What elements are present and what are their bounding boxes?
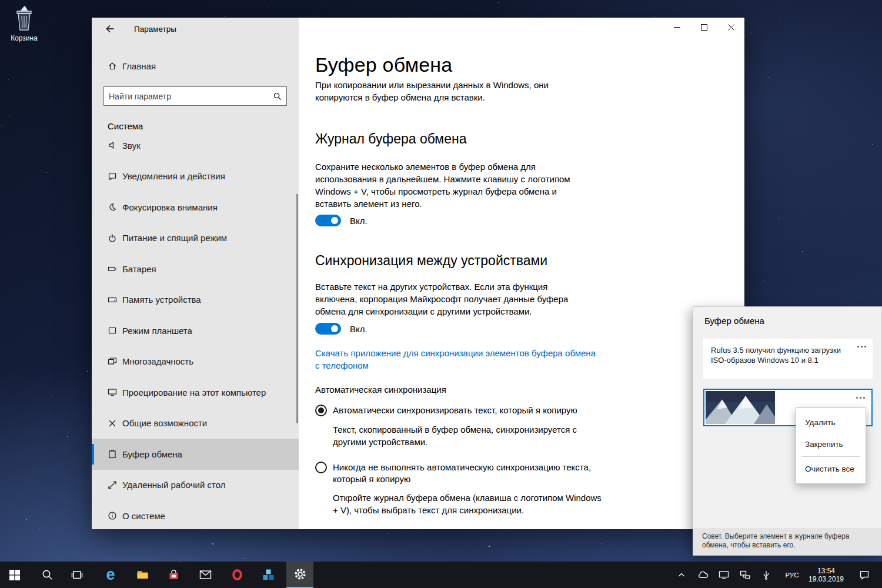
- download-app-link[interactable]: Скачать приложение для синхронизации эле…: [315, 347, 602, 372]
- star: [46, 172, 46, 173]
- star: [8, 79, 9, 79]
- star: [51, 397, 52, 398]
- sidebar-item-multitasking[interactable]: Многозадачность: [92, 346, 299, 377]
- settings-app-button[interactable]: [286, 562, 313, 588]
- star: [26, 519, 27, 520]
- usb-icon: [760, 569, 772, 581]
- close-button[interactable]: [717, 18, 744, 36]
- sidebar-item-projecting[interactable]: Проецирование на этот компьютер: [92, 377, 299, 408]
- sidebar-item-focus-assist[interactable]: Фокусировка внимания: [92, 192, 299, 223]
- page-intro: При копировании или вырезании данных в W…: [315, 79, 573, 103]
- action-center-icon: [858, 569, 870, 581]
- star: [748, 283, 749, 284]
- menu-item-delete[interactable]: Удалить: [796, 412, 866, 433]
- file-explorer-button[interactable]: [129, 562, 156, 588]
- star: [769, 77, 769, 78]
- star: [1, 125, 2, 126]
- radio-auto-sync-description: Текст, скопированный в буфер обмена, син…: [333, 423, 602, 448]
- power-icon: [108, 233, 117, 243]
- tray-language[interactable]: РУС: [781, 562, 803, 588]
- tray-clock[interactable]: 13:54 19.03.2019: [804, 562, 848, 588]
- storage-icon: [108, 295, 117, 305]
- star: [39, 529, 40, 529]
- page-title: Буфер обмена: [315, 54, 452, 76]
- back-button[interactable]: [101, 22, 119, 37]
- menu-item-clear-all[interactable]: Очистить все: [796, 458, 866, 480]
- moon-icon: [108, 202, 117, 212]
- sidebar-item-storage[interactable]: Память устройства: [92, 285, 299, 316]
- clipboard-context-menu: Удалить Закрепить Очистить все: [796, 407, 866, 484]
- sidebar-item-shared-experiences[interactable]: Общие возможности: [92, 408, 299, 439]
- start-button[interactable]: [1, 562, 28, 588]
- more-options-icon[interactable]: [854, 393, 867, 402]
- clipboard-image-thumbnail: [706, 391, 775, 424]
- projecting-icon: [108, 387, 117, 397]
- sidebar-item-tablet-mode[interactable]: Режим планшета: [92, 315, 299, 346]
- tray-display[interactable]: [716, 562, 732, 588]
- sidebar-scrollbar[interactable]: [296, 194, 298, 423]
- store-button[interactable]: [160, 562, 187, 588]
- sidebar-item-sound[interactable]: Звук: [92, 138, 299, 161]
- action-center-button[interactable]: [854, 562, 875, 588]
- tray-chevron-up[interactable]: [674, 562, 689, 588]
- radio-never-sync[interactable]: Никогда не выполнять автоматическую синх…: [315, 462, 621, 485]
- sidebar-item-battery[interactable]: Батарея: [92, 253, 299, 285]
- star: [878, 285, 879, 285]
- edge-browser-button[interactable]: e: [97, 562, 124, 588]
- sidebar-item-about[interactable]: О системе: [92, 500, 299, 529]
- star: [322, 6, 322, 6]
- search-input[interactable]: [104, 92, 269, 101]
- battery-icon: [108, 264, 117, 273]
- display-icon: [718, 569, 730, 581]
- task-view-button[interactable]: [64, 562, 91, 588]
- speaker-icon: [108, 141, 117, 150]
- star: [33, 68, 34, 68]
- taskbar-search-button[interactable]: [34, 562, 61, 588]
- settings-window: Параметры Главная Система: [92, 18, 744, 529]
- radio-never-sync-button[interactable]: [315, 462, 327, 473]
- star: [844, 191, 844, 191]
- more-options-icon[interactable]: [855, 342, 868, 350]
- search-icon: [41, 569, 54, 581]
- remote-desktop-icon: [108, 480, 117, 490]
- sidebar-item-notifications[interactable]: Уведомления и действия: [92, 161, 299, 192]
- star: [802, 251, 803, 252]
- tray-onedrive[interactable]: [694, 562, 711, 588]
- opera-browser-button[interactable]: [223, 562, 250, 588]
- history-toggle[interactable]: [315, 215, 341, 226]
- search-icon[interactable]: [269, 92, 286, 101]
- radio-auto-sync[interactable]: Автоматически синхронизировать текст, ко…: [315, 405, 577, 416]
- maximize-button[interactable]: [690, 18, 717, 36]
- tray-usb[interactable]: [758, 562, 774, 588]
- mail-button[interactable]: [192, 562, 219, 588]
- tray-network[interactable]: [737, 562, 753, 588]
- folder-icon: [136, 568, 149, 582]
- star: [498, 2, 499, 3]
- menu-separator: [802, 456, 860, 457]
- clipboard-item-text[interactable]: Rufus 3.5 получил функцию загрузки ISO-о…: [703, 339, 873, 379]
- sync-toggle[interactable]: [315, 323, 341, 335]
- minimize-button[interactable]: [663, 18, 690, 36]
- taskbar: e: [0, 562, 882, 588]
- sidebar-item-power-sleep[interactable]: Питание и спящий режим: [92, 223, 299, 254]
- star: [768, 266, 769, 267]
- settings-sidebar: Параметры Главная Система: [92, 18, 299, 529]
- sidebar-item-remote-desktop[interactable]: Удаленный рабочий стол: [92, 470, 299, 501]
- star: [764, 280, 765, 281]
- sidebar-item-clipboard[interactable]: Буфер обмена: [92, 439, 299, 470]
- star: [601, 543, 602, 544]
- menu-item-pin[interactable]: Закрепить: [796, 433, 866, 455]
- task-view-icon: [71, 569, 83, 582]
- window-title: Параметры: [134, 25, 176, 34]
- star: [770, 243, 770, 244]
- history-heading: Журнал буфера обмена: [315, 131, 466, 147]
- network-icon: [739, 569, 751, 581]
- radio-auto-sync-button[interactable]: [315, 405, 327, 416]
- star: [751, 33, 752, 34]
- cubes-app-button[interactable]: [255, 562, 282, 588]
- star: [754, 212, 755, 212]
- recycle-bin[interactable]: Корзина: [5, 4, 44, 42]
- sidebar-item-home[interactable]: Главная: [92, 55, 299, 76]
- info-icon: [108, 511, 117, 520]
- clipboard-icon: [108, 449, 117, 459]
